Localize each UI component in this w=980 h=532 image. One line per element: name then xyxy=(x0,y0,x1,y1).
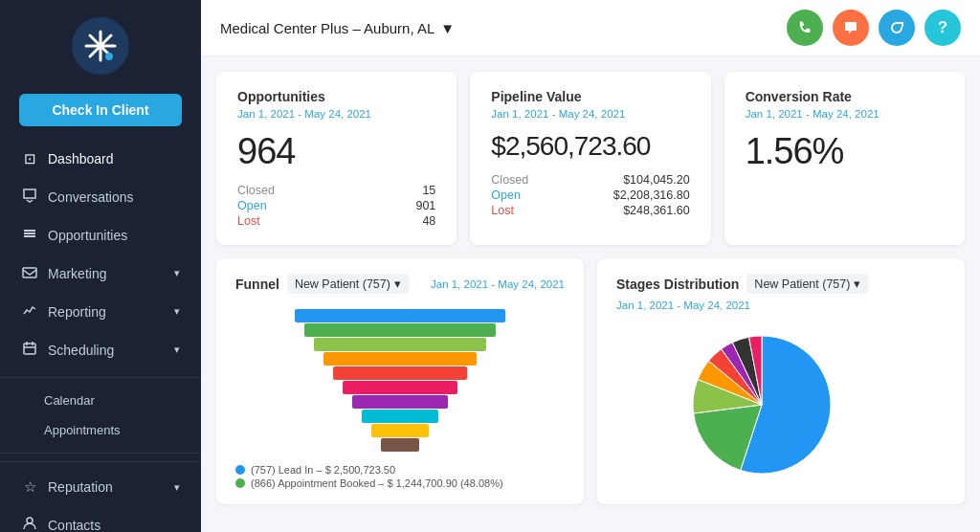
sidebar-item-dashboard[interactable]: ⊡ Dashboard xyxy=(4,141,197,177)
funnel-date: Jan 1, 2021 - May 24, 2021 xyxy=(431,278,565,290)
opportunities-details: Closed 15 Open 901 Lost 48 xyxy=(237,184,435,228)
sidebar-item-opportunities[interactable]: Opportunities xyxy=(4,216,197,254)
chevron-down-icon: ▾ xyxy=(394,277,401,291)
lost-label: Lost xyxy=(237,214,260,228)
sidebar-item-label: Scheduling xyxy=(48,343,114,358)
marketing-icon xyxy=(21,264,38,282)
stages-card: Stages Distribution New Patient (757) ▾ … xyxy=(597,258,965,504)
stat-row-open: Open $2,208,316.80 xyxy=(491,188,689,202)
sidebar-item-label: Reporting xyxy=(48,304,106,320)
svg-rect-6 xyxy=(24,233,35,234)
stat-row-closed: Closed 15 xyxy=(237,184,435,197)
opportunities-title: Opportunities xyxy=(237,89,435,104)
sidebar-item-conversations[interactable]: Conversations xyxy=(4,178,197,215)
funnel-filter-label: New Patient (757) xyxy=(295,277,390,291)
chevron-down-icon: ▾ xyxy=(174,481,180,494)
funnel-filter[interactable]: New Patient (757) ▾ xyxy=(287,274,409,294)
open-label: Open xyxy=(491,188,521,202)
sidebar-item-appointments[interactable]: Appointments xyxy=(0,415,201,445)
funnel-layer xyxy=(304,323,496,337)
funnel-layer xyxy=(314,338,486,351)
sidebar: Check In Client ⊡ Dashboard Conversation… xyxy=(0,0,201,532)
legend-label: (866) Appointment Booked – $ 1,244,700.9… xyxy=(251,477,503,489)
sidebar-item-reporting[interactable]: Reporting ▾ xyxy=(4,293,197,330)
stat-row-open: Open 901 xyxy=(237,199,435,212)
topbar-actions: ? xyxy=(787,10,961,46)
open-label: Open xyxy=(237,199,267,212)
topbar: Medical Center Plus – Auburn, AL ▼ ? xyxy=(201,0,980,56)
conversion-title: Conversion Rate xyxy=(746,89,944,104)
svg-rect-8 xyxy=(23,268,36,277)
svg-rect-9 xyxy=(24,344,35,354)
stages-title: Stages Distribution xyxy=(616,277,739,292)
funnel-card: Funnel New Patient (757) ▾ Jan 1, 2021 -… xyxy=(216,258,584,504)
dashboard: Opportunities Jan 1, 2021 - May 24, 2021… xyxy=(201,56,980,532)
stages-filter[interactable]: New Patient (757) ▾ xyxy=(746,274,868,294)
funnel-layer xyxy=(295,309,505,322)
main-content: Medical Center Plus – Auburn, AL ▼ ? Opp… xyxy=(201,0,980,532)
funnel-legend: (757) Lead In – $ 2,500,723.50 (866) App… xyxy=(235,464,565,489)
opportunities-date: Jan 1, 2021 - May 24, 2021 xyxy=(237,108,435,120)
sidebar-item-label: Contacts xyxy=(48,518,100,533)
legend-item: (866) Appointment Booked – $ 1,244,700.9… xyxy=(235,477,565,489)
pipeline-value: $2,560,723.60 xyxy=(491,131,689,162)
dashboard-icon: ⊡ xyxy=(21,150,38,167)
sidebar-item-label: Dashboard xyxy=(48,151,114,166)
chevron-down-icon: ▾ xyxy=(174,344,180,356)
funnel-layer xyxy=(323,352,477,366)
sidebar-item-marketing[interactable]: Marketing ▾ xyxy=(4,255,197,292)
closed-label: Closed xyxy=(237,184,275,197)
sidebar-nav: ⊡ Dashboard Conversations Opportunities … xyxy=(0,140,201,369)
location-name: Medical Center Plus – Auburn, AL xyxy=(220,20,434,36)
svg-point-13 xyxy=(27,518,33,523)
closed-label: Closed xyxy=(491,173,528,187)
stat-row-lost: Lost $248,361.60 xyxy=(491,204,689,217)
svg-point-4 xyxy=(105,53,113,60)
location-selector[interactable]: Medical Center Plus – Auburn, AL ▼ xyxy=(220,20,455,36)
open-value: 901 xyxy=(415,199,435,212)
sidebar-bottom: ☆ Reputation ▾ Contacts ▼ Funnels and We… xyxy=(0,461,201,532)
reporting-icon xyxy=(21,302,38,321)
help-button[interactable]: ? xyxy=(924,10,961,46)
conversion-value: 1.56% xyxy=(746,131,944,172)
stages-header: Stages Distribution New Patient (757) ▾ xyxy=(616,274,946,294)
chat-button[interactable] xyxy=(833,10,869,46)
pipeline-date: Jan 1, 2021 - May 24, 2021 xyxy=(491,108,689,120)
refresh-button[interactable] xyxy=(879,10,915,46)
closed-value: 15 xyxy=(422,184,435,197)
funnel-layer xyxy=(333,366,467,380)
legend-label: (757) Lead In – $ 2,500,723.50 xyxy=(251,464,395,476)
sidebar-item-scheduling[interactable]: Scheduling ▾ xyxy=(4,331,197,368)
sidebar-item-contacts[interactable]: Contacts xyxy=(4,506,197,532)
phone-button[interactable] xyxy=(787,10,823,46)
stat-row-lost: Lost 48 xyxy=(237,214,435,228)
reputation-icon: ☆ xyxy=(21,478,38,496)
pie-svg xyxy=(685,328,877,481)
conversion-card: Conversion Rate Jan 1, 2021 - May 24, 20… xyxy=(724,72,965,245)
opportunities-icon xyxy=(21,226,38,244)
legend-dot xyxy=(235,465,245,475)
sidebar-logo xyxy=(0,0,201,86)
conversations-icon xyxy=(21,188,38,206)
closed-value: $104,045.20 xyxy=(623,173,690,187)
funnel-layer xyxy=(343,381,457,394)
chevron-down-icon: ▾ xyxy=(174,267,180,279)
funnel-layer xyxy=(362,410,438,423)
conversion-date: Jan 1, 2021 - May 24, 2021 xyxy=(746,108,944,120)
logo-circle xyxy=(72,17,129,75)
funnel-layer xyxy=(352,395,448,409)
opportunities-value: 964 xyxy=(237,131,435,172)
check-in-button[interactable]: Check In Client xyxy=(19,94,182,126)
appointments-label: Appointments xyxy=(44,423,121,437)
contacts-icon xyxy=(21,516,38,532)
logo-icon xyxy=(82,28,119,64)
open-value: $2,208,316.80 xyxy=(613,188,690,202)
funnel-layer xyxy=(371,424,429,437)
sidebar-item-label: Conversations xyxy=(48,189,134,205)
svg-rect-5 xyxy=(24,230,35,232)
sidebar-item-reputation[interactable]: ☆ Reputation ▾ xyxy=(4,469,197,505)
stat-row-closed: Closed $104,045.20 xyxy=(491,173,689,187)
lost-value: 48 xyxy=(422,214,435,228)
sidebar-item-calendar[interactable]: Calendar xyxy=(0,386,201,415)
pipeline-details: Closed $104,045.20 Open $2,208,316.80 Lo… xyxy=(491,173,689,217)
